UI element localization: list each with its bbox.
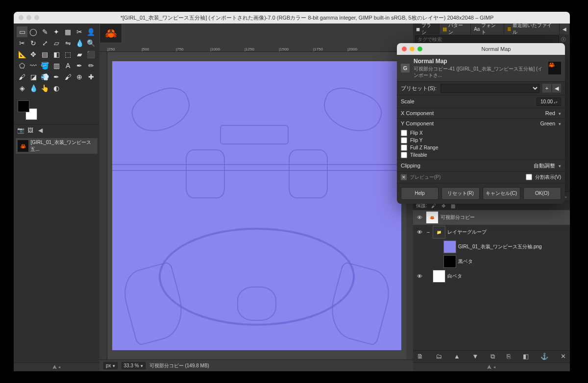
- canvas[interactable]: [107, 52, 406, 359]
- tool-bucket[interactable]: 🪣: [40, 60, 50, 71]
- tool-flip[interactable]: ⇋: [63, 38, 74, 48]
- eye-icon[interactable]: 👁: [415, 273, 424, 279]
- lower-icon[interactable]: ▼: [472, 353, 478, 360]
- tool-scissors[interactable]: ✂: [74, 26, 85, 37]
- toolbox-collapse[interactable]: ⮝ ◀: [14, 362, 99, 371]
- close-icon[interactable]: [402, 47, 407, 51]
- ruler-vertical[interactable]: [99, 52, 107, 359]
- dock-menu-icon[interactable]: ◀: [560, 24, 570, 34]
- tag-search-input[interactable]: [415, 35, 559, 44]
- new-group-icon[interactable]: 🗂: [436, 353, 442, 360]
- zoom-icon[interactable]: [417, 47, 422, 51]
- clip-select[interactable]: 自動調整: [534, 162, 555, 169]
- preview-checkbox[interactable]: ✕: [401, 174, 407, 180]
- tool-scale[interactable]: ⤢: [40, 38, 50, 48]
- layer-name[interactable]: GIRL_01_衣装_ワンピース五分袖.png: [458, 243, 542, 250]
- fullz-check[interactable]: Full Z Range: [401, 144, 561, 151]
- image-tab-1[interactable]: 🦀: [99, 24, 122, 43]
- zoom-icon[interactable]: [34, 15, 39, 20]
- layer-row[interactable]: 👁 − 📁 レイヤーグループ: [413, 225, 570, 239]
- layer-row[interactable]: 黒ベタ: [413, 254, 570, 269]
- fg-color[interactable]: [18, 100, 29, 112]
- tool-handle[interactable]: ⬚: [63, 49, 74, 60]
- tool-foreground[interactable]: 👤: [86, 26, 97, 37]
- anchor-icon[interactable]: ⚓: [540, 353, 548, 360]
- preset-add-icon[interactable]: +: [542, 84, 551, 93]
- clear-icon[interactable]: ⓧ: [559, 36, 568, 43]
- tool-shear[interactable]: ▱: [51, 38, 62, 48]
- ycomp-select[interactable]: Green: [540, 120, 555, 126]
- ruler-horizontal[interactable]: |250 |500 |750 |1000 |1250 |1500 |1750 |…: [99, 44, 413, 52]
- unit-select[interactable]: px: [103, 362, 118, 369]
- tile-check[interactable]: Tileable: [401, 151, 561, 159]
- dialog-titlebar[interactable]: Normal Map: [397, 43, 565, 55]
- tool-ellipse-select[interactable]: ◯: [28, 26, 39, 37]
- duplicate-icon[interactable]: ⧉: [490, 353, 495, 360]
- tool-gradient[interactable]: ▥: [51, 60, 62, 71]
- tool-warp[interactable]: 〰: [28, 60, 39, 71]
- minimize-icon[interactable]: [410, 47, 415, 51]
- tool-heal[interactable]: ✚: [86, 72, 97, 82]
- tool-rect-select[interactable]: ▭: [17, 26, 27, 37]
- new-layer-icon[interactable]: 🗎: [417, 353, 423, 360]
- tool-paths[interactable]: ✒: [74, 60, 85, 71]
- expand-icon[interactable]: −: [426, 229, 431, 235]
- tool-pencil[interactable]: ✏: [86, 60, 97, 71]
- tool-text[interactable]: A: [63, 60, 74, 71]
- tool-mypaint[interactable]: 🖌: [63, 72, 74, 82]
- tool-unified[interactable]: ◧: [51, 49, 62, 60]
- tile-checkbox[interactable]: [401, 152, 407, 158]
- tool-clone[interactable]: ⊕: [74, 72, 85, 82]
- config-icon[interactable]: ◀: [36, 126, 44, 134]
- flipx-checkbox[interactable]: [401, 130, 407, 136]
- cancel-button[interactable]: キャンセル(C): [483, 187, 520, 200]
- eye-icon[interactable]: 👁: [415, 229, 424, 235]
- mask-icon[interactable]: ◧: [523, 353, 529, 360]
- layer-name[interactable]: 可視部分コピー: [441, 214, 475, 221]
- tab-fonts[interactable]: Aaフォント: [471, 24, 504, 34]
- tab-recent[interactable]: ≣最近開いたファイル: [504, 24, 560, 34]
- flipy-check[interactable]: Flip Y: [401, 137, 561, 144]
- tab-brushes[interactable]: ◼ブラシ: [413, 24, 440, 34]
- reset-button[interactable]: リセット(R): [441, 187, 479, 200]
- tool-airbrush[interactable]: 💨: [40, 72, 50, 82]
- tool-align[interactable]: ▤: [40, 49, 50, 60]
- minimize-icon[interactable]: [26, 15, 31, 20]
- eye-icon[interactable]: 👁: [415, 215, 424, 220]
- layer-row[interactable]: 👁 白ベタ: [413, 269, 570, 284]
- fullz-checkbox[interactable]: [401, 144, 407, 151]
- preset-menu-icon[interactable]: ◀: [552, 84, 561, 93]
- tool-rotate[interactable]: ↻: [28, 38, 39, 48]
- images-icon[interactable]: 🖼: [26, 126, 34, 134]
- layer-name[interactable]: 白ベタ: [447, 273, 462, 280]
- tool-ink[interactable]: ✒: [51, 72, 62, 82]
- zoom-select[interactable]: 33.3 %: [122, 362, 146, 369]
- tool-blur[interactable]: 💧: [28, 83, 39, 94]
- layer-name[interactable]: 黒ベタ: [458, 258, 473, 265]
- preset-select[interactable]: [441, 84, 539, 93]
- split-checkbox[interactable]: [526, 174, 532, 180]
- tool-cage[interactable]: ⬠: [17, 60, 27, 71]
- tool-move[interactable]: ✥: [28, 49, 39, 60]
- layer-row[interactable]: 👁 🦀 可視部分コピー: [413, 210, 570, 225]
- tool-crop[interactable]: ✂: [17, 38, 27, 48]
- tool-zoom[interactable]: 🔍: [86, 38, 97, 48]
- device-status-icon[interactable]: 📷: [17, 126, 24, 134]
- scale-input[interactable]: 10.00: [537, 97, 561, 106]
- tool-erase[interactable]: ◪: [28, 72, 39, 82]
- merge-icon[interactable]: ⎘: [507, 353, 511, 360]
- tab-patterns[interactable]: ▦パターン: [440, 24, 471, 34]
- fg-bg-color[interactable]: [18, 100, 37, 120]
- tool-free-select[interactable]: ✎: [40, 26, 50, 37]
- tool-dodge[interactable]: ◐: [51, 83, 62, 94]
- flipx-check[interactable]: Flip X: [401, 129, 561, 137]
- tool-smudge[interactable]: 👆: [40, 83, 50, 94]
- open-image-item[interactable]: 🦀 [GIRL_01_衣装_ワンピース五...: [16, 138, 98, 154]
- layer-name[interactable]: レイヤーグループ: [447, 229, 487, 236]
- right-collapse[interactable]: ⮝ ◀: [413, 362, 570, 371]
- tool-by-color[interactable]: ▦: [63, 26, 74, 37]
- xcomp-select[interactable]: Red: [545, 110, 555, 116]
- raise-icon[interactable]: ▲: [454, 353, 460, 360]
- tool-persp-clone[interactable]: ◈: [17, 83, 27, 94]
- help-button[interactable]: Help: [401, 187, 439, 200]
